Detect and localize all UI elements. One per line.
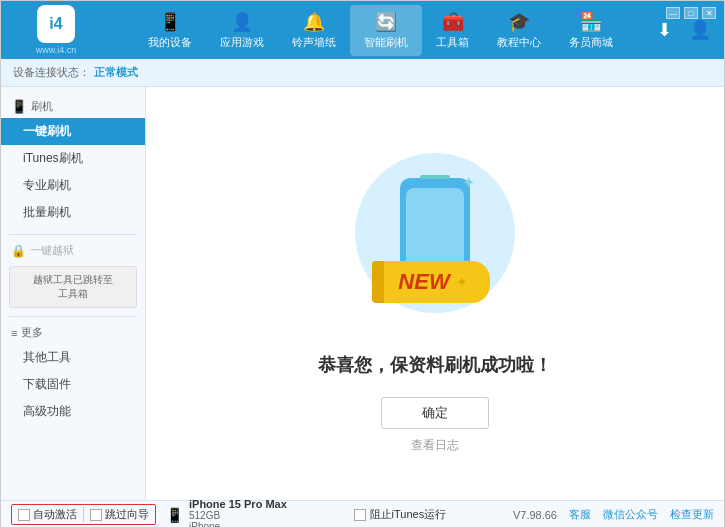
sparkle-icon-1: ✦	[462, 173, 475, 192]
itunes-label: 阻止iTunes运行	[370, 507, 447, 522]
logo-icon: i4	[37, 5, 75, 43]
bottom-left: 自动激活 跳过向导 📱 iPhone 15 Pro Max 512GB iPho…	[11, 498, 287, 528]
sidebar-item-batch-flash[interactable]: 批量刷机	[1, 199, 145, 226]
nav-app-games-label: 应用游戏	[220, 35, 264, 50]
nav-app-games[interactable]: 👤 应用游戏	[206, 5, 278, 56]
auto-activate-label: 自动激活	[33, 507, 77, 522]
sidebar-divider-2	[9, 316, 137, 317]
sidebar-item-itunes-flash[interactable]: iTunes刷机	[1, 145, 145, 172]
nav-tutorial-icon: 🎓	[508, 11, 530, 33]
nav-tutorial-label: 教程中心	[497, 35, 541, 50]
log-link[interactable]: 查看日志	[411, 437, 459, 454]
window-controls: — □ ✕	[666, 7, 716, 19]
nav-smart-flash[interactable]: 🔄 智能刷机	[350, 5, 422, 56]
sidebar-divider-1	[9, 234, 137, 235]
logo-subtitle: www.i4.cn	[36, 45, 77, 55]
success-message: 恭喜您，保资料刷机成功啦！	[318, 353, 552, 377]
nav-ringtone-icon: 🔔	[303, 11, 325, 33]
flash-section-icon: 📱	[11, 99, 27, 114]
guide-checkbox[interactable]	[90, 509, 102, 521]
sidebar-redirect-note: 越狱工具已跳转至 工具箱	[9, 266, 137, 308]
confirm-button[interactable]: 确定	[381, 397, 489, 429]
activation-controls: 自动激活 跳过向导	[11, 504, 156, 525]
nav-service[interactable]: 🏪 务员商城	[555, 5, 627, 56]
connection-label: 设备连接状态：	[13, 65, 90, 80]
device-info: 📱 iPhone 15 Pro Max 512GB iPhone	[166, 498, 287, 528]
ribbon-left	[372, 261, 384, 303]
nav-ringtone[interactable]: 🔔 铃声墙纸	[278, 5, 350, 56]
customer-service-link[interactable]: 客服	[569, 507, 591, 522]
sidebar: 📱 刷机 一键刷机 iTunes刷机 专业刷机 批量刷机 🔒 一键越狱 越狱工具…	[1, 87, 146, 500]
nav-tutorial[interactable]: 🎓 教程中心	[483, 5, 555, 56]
nav-app-games-icon: 👤	[231, 11, 253, 33]
user-button[interactable]: 👤	[686, 16, 714, 44]
nav-smart-flash-icon: 🔄	[375, 11, 397, 33]
nav-my-device-label: 我的设备	[148, 35, 192, 50]
close-button[interactable]: ✕	[702, 7, 716, 19]
download-button[interactable]: ⬇	[650, 16, 678, 44]
star-icon: ✦	[456, 274, 468, 290]
auto-activate-checkbox-item: 自动激活	[18, 507, 77, 522]
main-content: ✦ ✦ NEW ✦ 恭喜您，保资料刷机成功啦！ 确定 查看日志	[146, 87, 724, 500]
success-graphic: ✦ ✦ NEW ✦	[335, 133, 535, 333]
header: i4 www.i4.cn 📱 我的设备 👤 应用游戏 🔔 铃声墙纸 🔄 智能刷机	[1, 1, 724, 59]
new-banner: NEW ✦	[335, 261, 535, 303]
sub-header: 设备连接状态： 正常模式	[1, 59, 724, 87]
wechat-link[interactable]: 微信公众号	[603, 507, 658, 522]
device-storage: 512GB	[189, 510, 287, 521]
sidebar-more-header: ≡ 更多	[1, 321, 145, 344]
sidebar-jailbreak-disabled: 🔒 一键越狱	[1, 239, 145, 262]
nav-service-icon: 🏪	[580, 11, 602, 33]
note-line1: 越狱工具已跳转至	[16, 273, 130, 287]
nav-my-device[interactable]: 📱 我的设备	[134, 5, 206, 56]
main-layout: 📱 刷机 一键刷机 iTunes刷机 专业刷机 批量刷机 🔒 一键越狱 越狱工具…	[1, 87, 724, 500]
maximize-button[interactable]: □	[684, 7, 698, 19]
more-icon: ≡	[11, 327, 17, 339]
nav-toolbox-icon: 🧰	[442, 11, 464, 33]
sidebar-item-one-key-flash[interactable]: 一键刷机	[1, 118, 145, 145]
version-label: V7.98.66	[513, 509, 557, 521]
logo: i4 www.i4.cn	[11, 5, 101, 55]
nav-ringtone-label: 铃声墙纸	[292, 35, 336, 50]
sidebar-flash-header: 📱 刷机	[1, 95, 145, 118]
guide-checkbox-item: 跳过向导	[83, 507, 149, 522]
itunes-control: 阻止iTunes运行	[354, 507, 447, 522]
sidebar-flash-section: 📱 刷机 一键刷机 iTunes刷机 专业刷机 批量刷机	[1, 95, 145, 226]
flash-section-label: 刷机	[31, 99, 53, 114]
bottom-right: V7.98.66 客服 微信公众号 检查更新	[513, 507, 714, 522]
sidebar-item-download-firmware[interactable]: 下载固件	[1, 371, 145, 398]
check-update-link[interactable]: 检查更新	[670, 507, 714, 522]
new-text: NEW	[398, 269, 449, 295]
minimize-button[interactable]: —	[666, 7, 680, 19]
nav-service-label: 务员商城	[569, 35, 613, 50]
bottom-bar: 自动激活 跳过向导 📱 iPhone 15 Pro Max 512GB iPho…	[1, 500, 724, 527]
device-type: iPhone	[189, 521, 287, 528]
nav-my-device-icon: 📱	[159, 11, 181, 33]
device-details: iPhone 15 Pro Max 512GB iPhone	[189, 498, 287, 528]
connection-status: 正常模式	[94, 65, 138, 80]
phone-speaker	[420, 175, 450, 179]
guide-label: 跳过向导	[105, 507, 149, 522]
nav-bar: 📱 我的设备 👤 应用游戏 🔔 铃声墙纸 🔄 智能刷机 🧰 工具箱 🎓	[111, 5, 650, 56]
sidebar-item-other-tools[interactable]: 其他工具	[1, 344, 145, 371]
more-label: 更多	[21, 325, 43, 340]
nav-toolbox[interactable]: 🧰 工具箱	[422, 5, 483, 56]
jailbreak-label: 一键越狱	[30, 243, 74, 258]
device-phone-icon: 📱	[166, 507, 183, 523]
sidebar-item-pro-flash[interactable]: 专业刷机	[1, 172, 145, 199]
note-line2: 工具箱	[16, 287, 130, 301]
sidebar-item-advanced[interactable]: 高级功能	[1, 398, 145, 425]
itunes-checkbox[interactable]	[354, 509, 366, 521]
auto-activate-checkbox[interactable]	[18, 509, 30, 521]
nav-smart-flash-label: 智能刷机	[364, 35, 408, 50]
nav-toolbox-label: 工具箱	[436, 35, 469, 50]
lock-icon: 🔒	[11, 244, 26, 258]
header-right: ⬇ 👤	[650, 16, 714, 44]
